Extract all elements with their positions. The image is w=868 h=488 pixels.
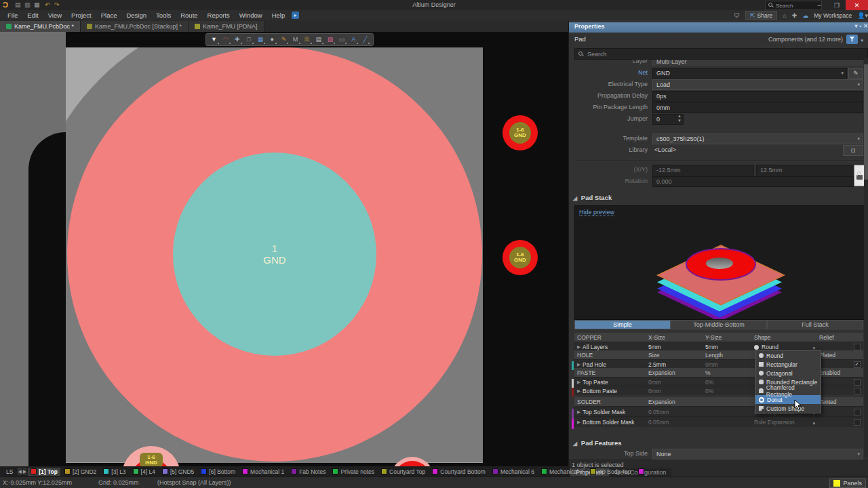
shape-option-chamfered-rectangle[interactable]: Chamfered Rectangle <box>755 386 821 395</box>
panel-scrollbar[interactable] <box>864 58 868 458</box>
pcb-canvas[interactable]: 1 GND 1-6GND 1-6GND 1-6GND <box>0 32 568 466</box>
filter-dropdown-icon[interactable]: ▾ <box>861 38 863 43</box>
shape-select[interactable]: Round ▾ <box>754 344 819 350</box>
net-label[interactable]: Net <box>574 69 648 76</box>
layer-tab-l4[interactable]: [4] L4 <box>130 468 158 476</box>
doc-tab-pcbdoc[interactable]: Kame_FMU.PcbDoc * <box>0 21 81 32</box>
share-button[interactable]: ⇱ Share <box>745 11 777 20</box>
spin-up-icon[interactable]: ▲ <box>677 115 682 118</box>
minimize-button[interactable]: – <box>810 0 828 10</box>
spin-down-icon[interactable]: ▼ <box>677 119 682 123</box>
close-button[interactable]: ✕ <box>846 0 868 10</box>
route-tool-icon[interactable]: ✎ <box>279 35 288 45</box>
edit-net-button[interactable]: ✎ <box>848 68 863 79</box>
layer-tab-mechanical1[interactable]: Mechanical 1 <box>239 468 287 476</box>
via-pad[interactable]: 1-6GND <box>502 240 538 275</box>
layer-tab-top[interactable]: [1] Top <box>28 468 60 476</box>
menu-reports[interactable]: Reports <box>203 10 235 20</box>
all-layers-row[interactable]: ▶All Layers 5mm 5mm Round ▾ <box>574 342 863 351</box>
mask-mode-select[interactable]: Rule Expansion▾ <box>754 419 819 426</box>
layer-tab-gnd2[interactable]: [2] GND2 <box>62 468 99 476</box>
relief-checkbox[interactable] <box>854 344 861 350</box>
menu-place[interactable]: Place <box>96 10 122 20</box>
layer-tab-extra-swatch[interactable] <box>635 468 647 475</box>
pcb-board-area[interactable]: 1 GND <box>66 47 483 463</box>
layer-tab-3d-body-top[interactable]: 3D Body Top <box>587 468 634 476</box>
y-input[interactable]: 12.5mm <box>756 165 858 176</box>
top-side-select[interactable]: None▾ <box>652 449 863 460</box>
layer-tab-mechanical7[interactable]: Mechanical 7 <box>538 468 586 476</box>
tab-simple[interactable]: Simple <box>574 320 671 329</box>
shape-option-rectangular[interactable]: Rectangular <box>755 360 821 369</box>
electrical-type-select[interactable]: Load▾ <box>652 79 863 90</box>
menu-tools[interactable]: Tools <box>151 10 176 20</box>
layer-tab-l3[interactable]: [3] L3 <box>100 468 128 476</box>
panel-search-input[interactable]: Search <box>574 48 868 60</box>
bottom-solder-mask-row[interactable]: ▶Bottom Solder Mask 0.05mm Rule Expansio… <box>574 416 863 427</box>
layer-tab-mechanical6[interactable]: Mechanical 6 <box>490 468 537 476</box>
layer-set-button[interactable]: LS <box>3 468 16 475</box>
pin-package-length-input[interactable]: 0mm <box>652 102 863 113</box>
scroll-right-icon[interactable]: ▶ <box>23 468 26 475</box>
select-tool-icon[interactable]: □ <box>244 35 254 45</box>
shape-option-custom-shape[interactable]: Custom Shape <box>755 404 821 413</box>
menu-design[interactable]: Design <box>121 10 151 20</box>
filter-tool-icon[interactable]: ▼ <box>210 35 219 45</box>
tented-checkbox[interactable] <box>854 419 861 426</box>
layer-tab-bottom[interactable]: [6] Bottom <box>198 468 238 476</box>
plated-checkbox[interactable]: ✓ <box>854 361 861 368</box>
menu-window[interactable]: Window <box>235 10 267 20</box>
panel-header-icons[interactable]: ▾▪✕ <box>854 23 868 29</box>
scrollbar-thumb[interactable] <box>864 64 868 180</box>
menu-edit[interactable]: Edit <box>22 10 43 20</box>
scroll-left-icon[interactable]: ◀ <box>18 468 21 475</box>
via-pad[interactable]: 1-6GND <box>502 115 538 150</box>
home-icon[interactable]: ⌂ <box>783 12 786 19</box>
paste-checkbox[interactable] <box>854 379 861 386</box>
comments-icon[interactable]: 🗩 <box>734 12 740 19</box>
pin-icon[interactable]: ✚ <box>792 12 797 19</box>
help-badge-icon[interactable]: ▸ <box>292 12 299 19</box>
key-tool-icon[interactable]: ⚿ <box>302 35 312 45</box>
propagation-delay-input[interactable]: 0ps <box>652 91 863 102</box>
layer-tab-courtyard-bottom[interactable]: Courtyard Bottom <box>429 468 488 476</box>
text-tool-icon[interactable]: A <box>349 35 358 45</box>
lasso-tool-icon[interactable]: ◠ <box>221 35 231 45</box>
shape-option-round[interactable]: Round <box>755 351 821 360</box>
user-menu-icon[interactable]: 👤▾ <box>857 12 868 19</box>
polygon-tool-icon[interactable]: ▨ <box>326 35 335 45</box>
tab-full-stack[interactable]: Full Stack <box>767 320 863 329</box>
move-tool-icon[interactable]: ✚ <box>233 35 242 45</box>
paste-checkbox[interactable] <box>854 388 861 394</box>
template-select[interactable]: c500_375h250(1)▾ <box>652 134 863 144</box>
filter-button[interactable] <box>846 35 858 44</box>
menu-view[interactable]: View <box>43 10 66 20</box>
net-select[interactable]: GND▾ <box>652 68 847 79</box>
ruler-tool-icon[interactable]: ▭ <box>337 35 347 45</box>
x-input[interactable]: -12.5mm <box>652 165 754 176</box>
layer-tab-gnd5[interactable]: [5] GND5 <box>159 468 197 476</box>
layer-tab-private-notes[interactable]: Private notes <box>330 468 377 476</box>
line-tool-icon[interactable]: ╱ <box>360 35 370 45</box>
properties-panel-header[interactable]: Properties ▾▪✕ <box>569 22 868 33</box>
pad-tool-icon[interactable]: ● <box>267 35 277 45</box>
hide-preview-link[interactable]: Hide preview <box>579 209 614 216</box>
rotation-input[interactable]: 0.000 <box>652 176 854 187</box>
measure-tool-icon[interactable]: ▦ <box>256 35 265 45</box>
menu-route[interactable]: Route <box>176 10 202 20</box>
menu-project[interactable]: Project <box>66 10 96 20</box>
doc-tab-stackup[interactable]: Kame_FMU.PcbDoc [Stackup] * <box>81 21 189 32</box>
doc-tab-pdna[interactable]: Kame_FMU [PDNA] <box>189 21 264 32</box>
layers-tool-icon[interactable]: ▤ <box>314 35 323 45</box>
panels-button[interactable]: Panels <box>829 479 866 488</box>
layer-tab-fab-notes[interactable]: Fab Notes <box>288 468 328 476</box>
tented-checkbox[interactable] <box>854 409 861 415</box>
pad-stack-section-header[interactable]: ◢ Pad Stack <box>573 194 865 201</box>
shape-option-octagonal[interactable]: Octagonal <box>755 369 821 378</box>
workspace-label[interactable]: My Workspace <box>814 12 852 19</box>
multiroute-tool-icon[interactable]: M <box>291 35 300 45</box>
pad-features-section-header[interactable]: ◢ Pad Features <box>573 439 865 447</box>
menu-file[interactable]: File <box>3 10 22 20</box>
tab-top-middle-bottom[interactable]: Top-Middle-Bottom <box>671 320 767 329</box>
menu-help[interactable]: Help <box>267 10 290 20</box>
